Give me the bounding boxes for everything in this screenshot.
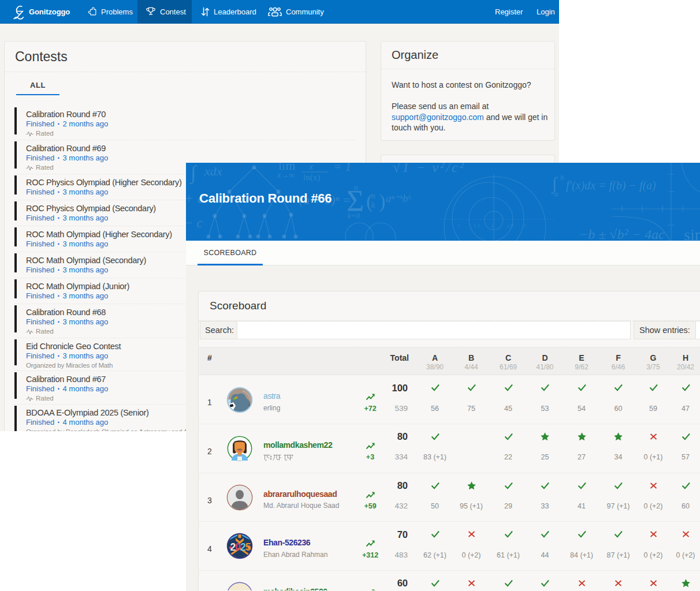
svg-text:1.5: 1.5 <box>474 223 481 229</box>
svg-text:aⁿ⁻ᵏbᵏ: aⁿ⁻ᵏbᵏ <box>386 193 411 204</box>
svg-text:a: a <box>554 189 558 198</box>
svg-text:x→∞: x→∞ <box>277 171 295 179</box>
svg-text:2025: 2025 <box>230 541 251 553</box>
svg-text:xdx: xdx <box>204 164 222 178</box>
svg-text:n: n <box>371 192 375 200</box>
svg-text:2.5: 2.5 <box>507 223 514 229</box>
svg-text:f′(x)dx = f(b) − f(a): f′(x)dx = f(b) − f(a) <box>566 179 656 192</box>
svg-text:∫: ∫ <box>189 163 198 185</box>
svg-text:k=0: k=0 <box>348 211 360 220</box>
svg-text:√1 − v²/c²: √1 − v²/c² <box>393 163 466 175</box>
svg-text:b: b <box>560 173 564 182</box>
svg-text:2: 2 <box>491 223 494 229</box>
svg-text:n: n <box>354 184 358 192</box>
svg-text:x: x <box>308 163 313 171</box>
svg-text:sin: sin <box>684 226 700 241</box>
svg-text:k: k <box>371 201 375 210</box>
svg-text:= 1: = 1 <box>333 163 351 174</box>
svg-text:− c: − c <box>186 215 203 230</box>
svg-text:−b ± √b² − 4ac: −b ± √b² − 4ac <box>579 227 665 241</box>
svg-text:1: 1 <box>457 223 460 229</box>
svg-text:ln(x): ln(x) <box>303 173 320 182</box>
svg-text:3: 3 <box>523 223 526 229</box>
svg-text:): ) <box>379 190 385 212</box>
